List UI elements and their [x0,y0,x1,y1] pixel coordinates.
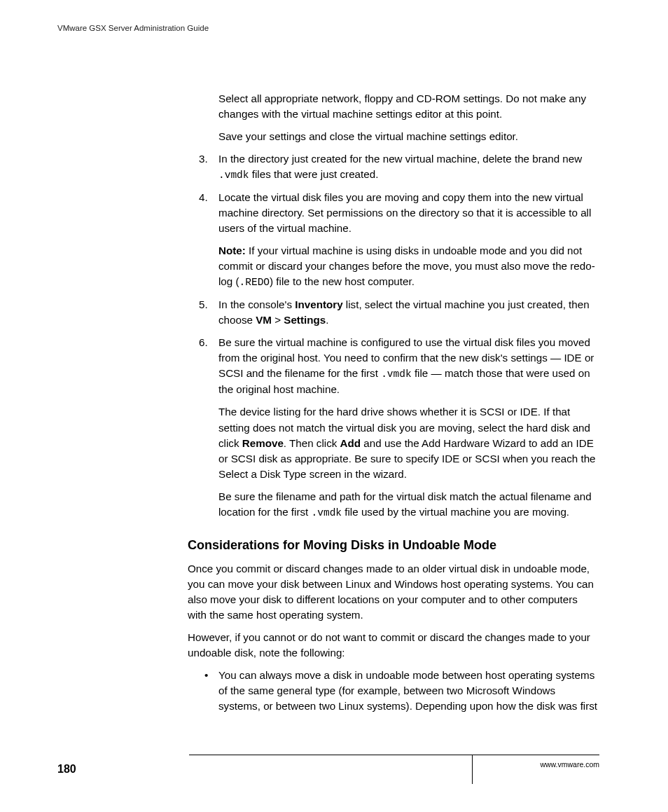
bold-add: Add [340,437,361,449]
step-4-note: Note: If your virtual machine is using d… [218,243,599,290]
code-vmdk: .vmdk [381,369,412,380]
intro-paragraph-1: Select all appropriate network, floppy a… [218,91,599,122]
step-3: 3. In the directory just created for the… [188,151,599,183]
note-label: Note: [218,245,246,256]
section-p2: However, if you cannot or do not want to… [188,630,599,661]
bold-vm: VM [256,314,272,326]
step-number: 5. [199,297,208,312]
bullet-item-1: You can always move a disk in undoable m… [188,668,599,714]
code-vmdk: .vmdk [218,170,249,181]
bold-remove: Remove [242,437,284,449]
footer-separator [472,755,473,784]
section-heading: Considerations for Moving Disks in Undoa… [188,536,599,554]
footer-url: www.vmware.com [540,760,599,769]
bullet-list: You can always move a disk in undoable m… [188,668,599,714]
page: VMware GSX Server Administration Guide S… [0,0,668,812]
step-6-p3: Be sure the filename and path for the vi… [218,489,599,521]
step-5-text: In the console's Inventory list, select … [218,297,599,328]
step-number: 3. [199,151,208,167]
step-number: 6. [199,335,208,350]
bold-inventory: Inventory [295,298,342,310]
page-number: 180 [57,763,76,776]
step-6: 6. Be sure the virtual machine is config… [188,335,599,520]
code-redo: .REDO [239,277,270,288]
step-4-p1: Locate the virtual disk files you are mo… [218,190,599,236]
section-p1: Once you commit or discard changes made … [188,561,599,623]
step-5: 5. In the console's Inventory list, sele… [188,297,599,328]
step-6-p2: The device listing for the hard drive sh… [218,404,599,481]
intro-paragraph-2: Save your settings and close the virtual… [218,129,599,144]
numbered-steps: 3. In the directory just created for the… [188,151,599,521]
bold-settings: Settings [284,314,326,326]
page-content: Select all appropriate network, floppy a… [188,91,599,721]
code-vmdk: .vmdk [312,507,342,518]
step-6-p1: Be sure the virtual machine is configure… [218,335,599,397]
step-3-text: In the directory just created for the ne… [218,151,599,183]
page-footer: 180 www.vmware.com [57,755,611,783]
footer-rule [189,755,599,755]
step-number: 4. [199,190,208,205]
running-header: VMware GSX Server Administration Guide [57,24,209,32]
step-4: 4. Locate the virtual disk files you are… [188,190,599,290]
